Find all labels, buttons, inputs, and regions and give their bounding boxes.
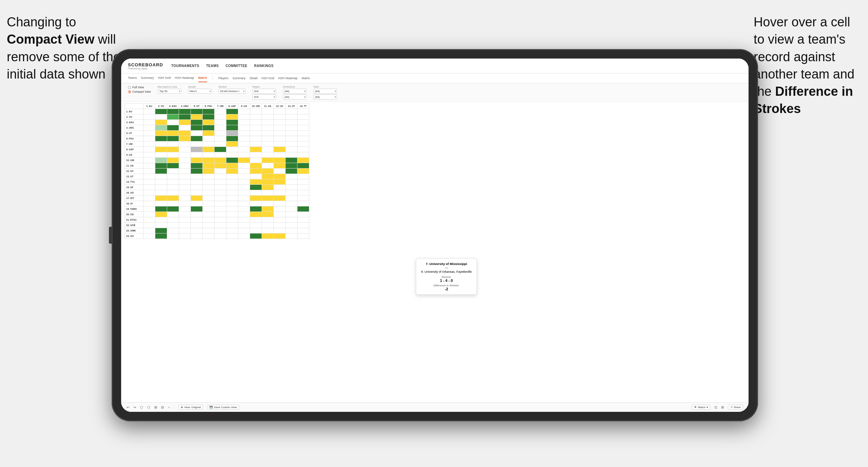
matrix-cell[interactable] — [286, 206, 297, 212]
matrix-cell[interactable] — [191, 120, 203, 125]
matrix-cell[interactable] — [155, 228, 167, 234]
matrix-cell[interactable] — [226, 217, 238, 223]
matrix-cell[interactable] — [167, 217, 179, 223]
matrix-cell[interactable] — [143, 152, 155, 158]
tool-icon-4[interactable]: ⊟ — [161, 405, 164, 409]
matrix-cell[interactable] — [238, 131, 250, 136]
matrix-cell[interactable] — [167, 109, 179, 114]
matrix-cell[interactable] — [286, 114, 297, 120]
matrix-cell[interactable] — [262, 228, 274, 234]
matrix-cell[interactable] — [286, 169, 297, 174]
matrix-cell[interactable] — [250, 234, 262, 239]
matrix-cell[interactable] — [215, 174, 226, 179]
matrix-cell[interactable] — [191, 179, 203, 185]
matrix-cell[interactable] — [215, 179, 226, 185]
matrix-cell[interactable] — [167, 228, 179, 234]
matrix-cell[interactable] — [179, 163, 191, 169]
matrix-cell[interactable] — [274, 212, 286, 217]
matrix-cell[interactable] — [226, 163, 238, 169]
matrix-cell[interactable] — [215, 147, 226, 152]
matrix-cell[interactable] — [274, 109, 286, 114]
matrix-cell[interactable] — [167, 190, 179, 196]
matrix-cell[interactable] — [226, 109, 238, 114]
matrix-cell[interactable] — [215, 152, 226, 158]
matrix-cell[interactable] — [274, 147, 286, 152]
matrix-cell[interactable] — [250, 196, 262, 201]
matrix-cell[interactable] — [226, 125, 238, 131]
matrix-cell[interactable] — [274, 223, 286, 228]
matrix-cell[interactable] — [179, 228, 191, 234]
matrix-cell[interactable] — [143, 109, 155, 114]
matrix-cell[interactable] — [179, 174, 191, 179]
matrix-cell[interactable] — [203, 190, 215, 196]
sub-nav-summary1[interactable]: Summary — [141, 74, 154, 82]
matrix-cell[interactable] — [226, 136, 238, 141]
matrix-cell[interactable] — [203, 109, 215, 114]
matrix-cell[interactable] — [215, 158, 226, 163]
matrix-cell[interactable] — [191, 228, 203, 234]
matrix-cell[interactable] — [215, 125, 226, 131]
matrix-cell[interactable] — [226, 158, 238, 163]
matrix-cell[interactable] — [215, 136, 226, 141]
matrix-cell[interactable] — [203, 152, 215, 158]
matrix-cell[interactable] — [226, 147, 238, 152]
matrix-cell[interactable] — [274, 136, 286, 141]
matrix-cell[interactable] — [226, 169, 238, 174]
matrix-cell[interactable] — [274, 125, 286, 131]
matrix-cell[interactable] — [215, 212, 226, 217]
matrix-cell[interactable] — [179, 201, 191, 206]
nav-link-tournaments[interactable]: TOURNAMENTS — [171, 64, 199, 68]
matrix-cell[interactable] — [297, 169, 309, 174]
matrix-cell[interactable] — [297, 212, 309, 217]
matrix-cell[interactable] — [203, 206, 215, 212]
matrix-cell[interactable] — [262, 190, 274, 196]
matrix-cell[interactable] — [191, 169, 203, 174]
matrix-cell[interactable] — [250, 169, 262, 174]
matrix-cell[interactable] — [143, 174, 155, 179]
matrix-cell[interactable] — [262, 158, 274, 163]
matrix-cell[interactable] — [297, 174, 309, 179]
matrix-cell[interactable] — [179, 109, 191, 114]
matrix-cell[interactable] — [179, 136, 191, 141]
matrix-cell[interactable] — [215, 201, 226, 206]
region-select1[interactable]: N/A — [252, 89, 276, 94]
matrix-cell[interactable] — [155, 120, 167, 125]
matrix-cell[interactable] — [155, 201, 167, 206]
matrix-cell[interactable] — [297, 234, 309, 239]
matrix-cell[interactable] — [286, 147, 297, 152]
matrix-cell[interactable] — [250, 163, 262, 169]
matrix-cell[interactable] — [250, 158, 262, 163]
matrix-cell[interactable] — [203, 114, 215, 120]
matrix-cell[interactable] — [262, 169, 274, 174]
matrix-cell[interactable] — [203, 201, 215, 206]
matrix-cell[interactable] — [297, 196, 309, 201]
matrix-cell[interactable] — [238, 136, 250, 141]
matrix-cell[interactable] — [250, 114, 262, 120]
matrix-cell[interactable] — [143, 190, 155, 196]
grid-icon[interactable]: ⊞ — [721, 405, 724, 409]
matrix-cell[interactable] — [262, 136, 274, 141]
matrix-cell[interactable] — [203, 185, 215, 190]
matrix-cell[interactable] — [203, 228, 215, 234]
matrix-cell[interactable] — [179, 217, 191, 223]
matrix-cell[interactable] — [262, 234, 274, 239]
matrix-cell[interactable] — [143, 114, 155, 120]
matrix-cell[interactable] — [167, 136, 179, 141]
matrix-cell[interactable] — [155, 223, 167, 228]
matrix-cell[interactable] — [297, 185, 309, 190]
matrix-cell[interactable] — [286, 125, 297, 131]
matrix-cell[interactable] — [238, 201, 250, 206]
matrix-cell[interactable] — [215, 196, 226, 201]
matrix-cell[interactable] — [191, 109, 203, 114]
matrix-cell[interactable] — [297, 201, 309, 206]
matrix-cell[interactable] — [191, 158, 203, 163]
sub-nav-teams[interactable]: Teams — [128, 74, 137, 82]
full-view-radio[interactable]: Full View — [128, 86, 151, 89]
matrix-cell[interactable] — [286, 158, 297, 163]
matrix-cell[interactable] — [191, 125, 203, 131]
matrix-cell[interactable] — [297, 179, 309, 185]
sub-nav-h2h-grid2[interactable]: H2H Grid — [262, 74, 274, 82]
matrix-cell[interactable] — [238, 217, 250, 223]
tool-icon-5[interactable]: ○ — [168, 405, 170, 409]
matrix-cell[interactable] — [297, 152, 309, 158]
